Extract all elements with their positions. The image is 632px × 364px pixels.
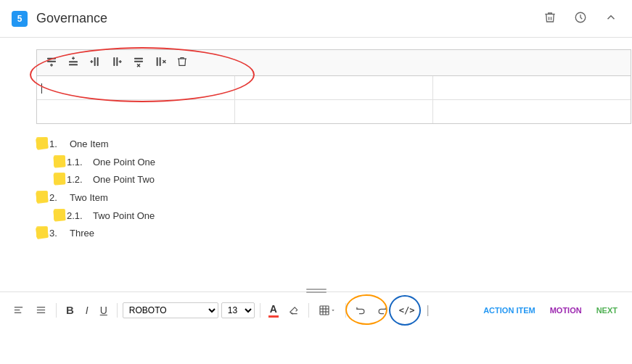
list-item: 2.1. Two Point One: [49, 207, 617, 226]
svg-rect-13: [113, 57, 115, 66]
list-number: 2.: [49, 189, 70, 207]
list-content: 1. One Item 1.1. One Point One 1.2. One …: [15, 133, 617, 246]
header-left: 5 Governance: [12, 11, 107, 27]
list-number: 1.: [49, 136, 70, 154]
list-item: 1.1. One Point One: [49, 154, 617, 172]
list-number: 1.2.: [67, 171, 93, 189]
svg-rect-18: [134, 61, 143, 62]
collapse-button[interactable]: [602, 8, 620, 30]
svg-rect-8: [69, 64, 78, 65]
list-text: One Item: [70, 136, 108, 154]
svg-rect-17: [134, 58, 143, 59]
list-text: One Point One: [93, 154, 155, 172]
table-rows: [37, 76, 631, 123]
svg-rect-2: [47, 61, 56, 62]
separator: [260, 303, 260, 318]
next-btn[interactable]: NEXT: [591, 303, 623, 318]
svg-rect-21: [157, 57, 158, 66]
align-left-btn[interactable]: [9, 302, 28, 318]
undo-redo-group: [351, 302, 392, 318]
delete-button[interactable]: [541, 8, 559, 30]
svg-rect-12: [97, 57, 99, 66]
svg-rect-22: [160, 57, 161, 66]
delete-row-btn[interactable]: [128, 53, 149, 73]
delete-table-btn[interactable]: [172, 53, 192, 73]
bottom-toolbar: B I U ROBOTO Arial Times New Roman 13 10…: [0, 291, 632, 328]
delete-col-btn[interactable]: [150, 53, 171, 73]
table-cell[interactable]: [37, 100, 235, 123]
code-btn-wrapper: </>: [395, 302, 419, 318]
separator: [345, 303, 346, 318]
table-cell[interactable]: [37, 76, 235, 99]
table-cell[interactable]: [433, 100, 631, 123]
list-text: Two Point One: [93, 207, 155, 226]
list-item: 3. Three: [49, 225, 617, 243]
font-size-select[interactable]: 13 10 12 14 16: [221, 302, 255, 318]
list-item: 1. One Item: [49, 136, 617, 154]
list-text: One Point Two: [93, 171, 155, 189]
list-number: 1.1.: [67, 154, 93, 172]
table-area: [36, 49, 631, 124]
insert-col-left-btn[interactable]: [85, 53, 105, 73]
table-cell[interactable]: [235, 76, 433, 99]
list-text: Two Item: [70, 189, 108, 207]
bold-btn[interactable]: B: [62, 301, 78, 319]
separator: [308, 303, 309, 318]
insert-row-below-btn[interactable]: [41, 53, 62, 73]
erase-format-btn[interactable]: [284, 302, 303, 318]
header: 5 Governance: [0, 0, 632, 38]
underline-btn[interactable]: U: [96, 302, 112, 319]
table-cell[interactable]: [433, 76, 631, 99]
drag-handle[interactable]: [306, 289, 327, 293]
align-justify-btn[interactable]: [31, 302, 51, 318]
clock-button[interactable]: [571, 8, 590, 30]
section-badge: 5: [12, 11, 28, 27]
italic-btn[interactable]: I: [81, 302, 93, 319]
insert-col-right-btn[interactable]: [107, 53, 127, 73]
page-title: Governance: [36, 11, 107, 26]
insert-table-btn[interactable]: [314, 302, 340, 319]
motion-btn[interactable]: MOTION: [544, 303, 588, 318]
list-text: Three: [70, 225, 94, 243]
svg-rect-1: [47, 58, 56, 59]
svg-rect-32: [320, 306, 329, 315]
svg-rect-7: [69, 61, 78, 62]
redo-btn[interactable]: [372, 302, 392, 318]
separator: [56, 303, 57, 318]
table-row: [37, 100, 631, 123]
separator: [117, 303, 118, 318]
svg-rect-14: [116, 57, 118, 66]
action-item-btn[interactable]: ACTION ITEM: [477, 303, 541, 318]
header-actions: [541, 8, 620, 30]
main-content: 1. One Item 1.1. One Point One 1.2. One …: [0, 38, 632, 328]
insert-row-above-btn[interactable]: [63, 53, 83, 73]
undo-btn[interactable]: [351, 302, 371, 318]
table-cell[interactable]: [235, 100, 433, 123]
svg-rect-11: [94, 57, 96, 66]
list-item: 2. Two Item: [49, 189, 617, 207]
list-item: 1.2. One Point Two: [49, 171, 617, 189]
table-toolbar: [37, 50, 631, 76]
text-color-btn[interactable]: A: [266, 302, 282, 319]
list-number: 3.: [49, 225, 70, 243]
more-btn[interactable]: |: [422, 301, 434, 320]
font-select[interactable]: ROBOTO Arial Times New Roman: [123, 302, 218, 318]
list-number: 2.1.: [67, 207, 93, 226]
table-row: [37, 76, 631, 100]
code-btn[interactable]: </>: [395, 302, 419, 318]
